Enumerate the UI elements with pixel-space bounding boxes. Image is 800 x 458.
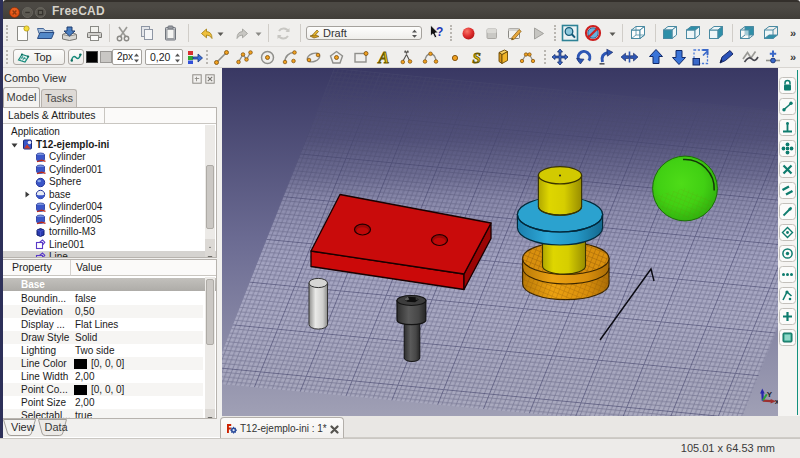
- svg-text:?: ?: [436, 25, 443, 39]
- svg-text:A: A: [378, 49, 390, 66]
- svg-text:Y: Y: [767, 390, 773, 399]
- svg-text:S: S: [473, 50, 481, 66]
- svg-text:Data: Data: [45, 421, 69, 433]
- svg-text:View: View: [11, 421, 35, 433]
